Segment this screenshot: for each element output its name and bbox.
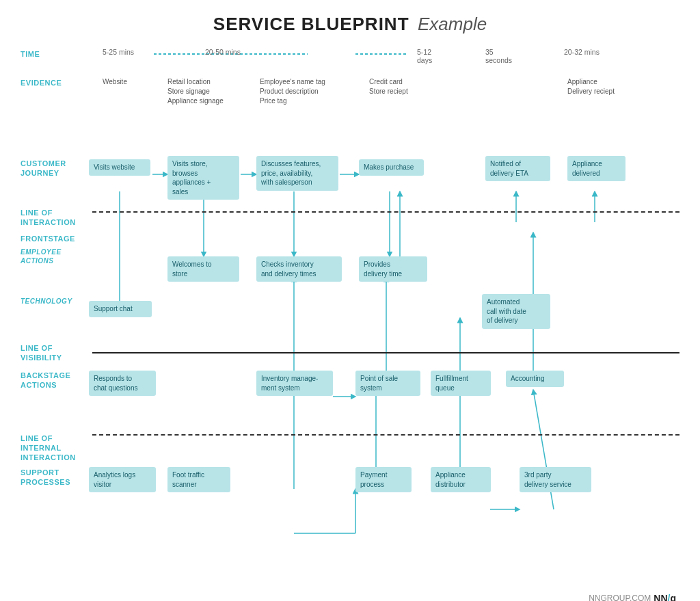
cj-box-1: Visits store,browsesappliances +sales — [167, 156, 239, 200]
tech-box-0: Support chat — [89, 301, 152, 317]
evidence-3: Credit cardStore reciept — [369, 77, 408, 96]
arrows-svg — [21, 44, 679, 601]
line-visibility — [92, 352, 679, 353]
cj-box-0: Visits website — [89, 159, 150, 176]
sp-box-0: Analytics logsvisitor — [89, 467, 156, 492]
time-entry-3: 35seconds — [485, 48, 512, 64]
footer-g: g — [670, 593, 676, 601]
title-italic: Example — [418, 14, 487, 34]
sp-box-1: Foot trafficscanner — [167, 467, 230, 492]
fs-box-1: Checks inventoryand delivery times — [256, 256, 342, 282]
label-line-internal: LINE OFINTERNALINTERACTION — [21, 434, 89, 462]
time-entry-1: 20-50 mins — [205, 48, 241, 56]
fs-box-2: Providesdelivery time — [359, 256, 427, 282]
title-bold: SERVICE BLUEPRINT — [213, 14, 409, 34]
evidence-0: Website — [103, 77, 127, 87]
label-evidence: EVIDENCE — [21, 79, 89, 88]
label-line-visibility: LINE OFVISIBILITY — [21, 344, 89, 363]
cj-box-4: Notified ofdelivery ETA — [485, 156, 550, 181]
label-employee-actions: EMPLOYEEACTIONS — [21, 248, 89, 265]
label-customer-journey: CUSTOMERJOURNEY — [21, 159, 89, 178]
bs-box-4: Accounting — [506, 371, 564, 387]
label-technology: TECHNOLOGY — [21, 297, 89, 306]
sp-box-4: 3rd partydelivery service — [520, 467, 591, 492]
evidence-1: Retail locationStore signageAppliance si… — [167, 77, 224, 106]
line-interaction — [92, 211, 679, 213]
label-line-interaction: LINE OFINTERACTION — [21, 209, 89, 228]
sp-box-3: Appliancedistributor — [431, 467, 491, 492]
label-backstage-actions: BACKSTAGEACTIONS — [21, 371, 89, 390]
time-entry-2: 5-12days — [417, 48, 432, 64]
time-entry-0: 5-25 mins — [103, 48, 134, 56]
cj-box-2: Discusses features,price, availability,w… — [256, 156, 338, 191]
cj-box-5: Appliancedelivered — [567, 156, 625, 181]
label-time: TIME — [21, 50, 89, 59]
tech-box-1: Automatedcall with dateof delivery — [482, 294, 550, 329]
evidence-4: ApplianceDelivery reciept — [567, 77, 615, 96]
bs-box-2: Point of salesystem — [355, 371, 420, 396]
title-area: SERVICE BLUEPRINT Example — [21, 14, 679, 35]
diagram-wrapper: TIME EVIDENCE CUSTOMERJOURNEY LINE OFINT… — [21, 44, 679, 601]
time-entry-4: 20-32 mins — [564, 48, 600, 56]
cj-box-3: Makes purchase — [359, 159, 424, 176]
label-support-processes: SUPPORTPROCESSES — [21, 468, 89, 488]
bs-box-1: Inventory manage-ment system — [256, 371, 333, 396]
bs-box-3: Fullfillmentqueue — [431, 371, 491, 396]
footer-site: NNGROUP.COM — [589, 593, 651, 601]
line-internal-interaction — [92, 434, 679, 436]
footer: NNGROUP.COM NN/g — [589, 593, 676, 601]
bs-box-0: Responds tochat questions — [89, 371, 156, 396]
sp-box-2: Paymentprocess — [355, 467, 412, 492]
fs-box-0: Welcomes tostore — [167, 256, 239, 282]
evidence-2: Employee's name tagProduct descriptionPr… — [260, 77, 325, 106]
page: SERVICE BLUEPRINT Example — [0, 0, 700, 601]
label-frontstage: FRONTSTAGE — [21, 235, 89, 244]
footer-brand: NN — [654, 593, 667, 601]
